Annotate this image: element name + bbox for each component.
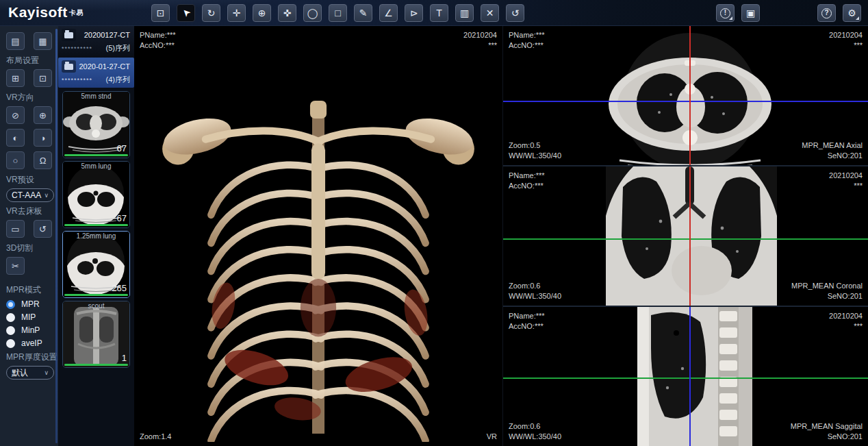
radio-mip[interactable]: MIP xyxy=(6,312,58,322)
crosshair-tool-button[interactable]: ✜ xyxy=(278,4,296,22)
text-annotation-button[interactable]: T xyxy=(430,4,448,22)
sagittal-accno: AccNO:*** xyxy=(509,321,545,332)
help-icon: ? xyxy=(821,8,832,18)
coronal-patient-overlay: PName:*** AccNO:*** xyxy=(509,171,545,191)
crosshair-icon: ✜ xyxy=(283,8,292,18)
vr-preset-value: CT-AAA xyxy=(12,190,41,200)
sidebar-scrollbar[interactable] xyxy=(55,29,58,443)
series-panel: 20200127-CT **********(5)序列 2020-01-27-C… xyxy=(58,26,134,446)
coronal-accno: AccNO:*** xyxy=(509,181,545,191)
cursor-tool-button[interactable]: ➤ xyxy=(177,4,195,22)
scout-thumb-image xyxy=(63,301,129,367)
measure-tool-button[interactable]: ✎ xyxy=(354,4,372,22)
radio-aveip[interactable]: aveIP xyxy=(6,338,58,348)
thumbnail-label: scout xyxy=(63,302,129,310)
cut-knife-button[interactable]: ✂ xyxy=(6,257,25,275)
mpr-coronal-viewport[interactable]: PName:*** AccNO:*** 20210204 *** Zoom:0.… xyxy=(503,166,868,307)
thumbnail-progress-bar xyxy=(64,154,128,156)
app-logo: Kayisoft卡易 xyxy=(8,4,84,21)
patient-masked: ********** xyxy=(62,77,92,84)
vr-dir-inferior-button[interactable]: Ω xyxy=(34,151,52,169)
window-level-button[interactable]: ▥ xyxy=(455,4,474,22)
cone-angle-tool-button[interactable]: ⊳ xyxy=(405,4,423,22)
radio-dot-icon xyxy=(6,300,15,309)
grid-2x2-button[interactable]: ⊞ xyxy=(6,69,25,87)
sagittal-patient-overlay: PName:*** AccNO:*** xyxy=(509,311,545,332)
report-button[interactable]: ! xyxy=(716,4,735,22)
radio-minp[interactable]: MinP xyxy=(6,325,58,335)
coronal-crosshair-horizontal[interactable] xyxy=(503,238,868,240)
radio-mpr[interactable]: MPR xyxy=(6,299,58,309)
layout-panels-button[interactable]: ▦ xyxy=(34,32,52,50)
vr-dir-superior-button[interactable]: ○ xyxy=(6,151,25,169)
cut-knife-icon: ✂ xyxy=(12,261,19,271)
sagittal-date: 20210204 xyxy=(829,311,863,321)
axial-stars: *** xyxy=(829,40,863,51)
layout-list-icon: ▤ xyxy=(11,36,19,47)
rotate-3d-tool-button[interactable]: ↻ xyxy=(202,4,220,22)
measure-pencil-icon: ✎ xyxy=(359,8,368,18)
thumbnail-5mm-stnd[interactable]: 5mm stnd 67 xyxy=(62,91,130,158)
cone-angle-icon: ⊳ xyxy=(410,8,418,18)
study-item-2[interactable]: 2020-01-27-CT **********(4)序列 xyxy=(58,58,134,88)
vr-viewport[interactable]: PName:*** AccNO:*** 20210204 *** Zoom:1.… xyxy=(134,26,503,446)
axial-crosshair-vertical[interactable] xyxy=(689,26,691,165)
help-button[interactable]: ? xyxy=(817,4,836,22)
thumbnail-125mm-lung[interactable]: 1.25mm lung 265 xyxy=(62,231,130,298)
angle-tool-button[interactable]: ∠ xyxy=(379,4,398,22)
mpr-thickness-dropdown[interactable]: 默认 ∨ xyxy=(6,366,54,380)
vr-dir-posterior-button[interactable]: ⊕ xyxy=(34,106,52,124)
ct-viewer-app: Kayisoft卡易 ⊡ ➤ ↻ ✛ ⊕ ✜ ◯ □ ✎ ∠ ⊳ T ▥ ✕ ↺… xyxy=(0,0,868,446)
ellipse-roi-button[interactable]: ◯ xyxy=(303,4,322,22)
study-title: 2020-01-27-CT xyxy=(76,62,130,71)
layout-list-button[interactable]: ▤ xyxy=(6,32,25,50)
vr-dir-right-button[interactable]: ◑ xyxy=(34,129,52,147)
brand-cjk-text: 卡易 xyxy=(69,9,84,16)
brand-text: Kayisoft xyxy=(8,4,68,20)
zoom-tool-button[interactable]: ⊕ xyxy=(253,4,271,22)
folder-open-icon xyxy=(62,60,76,73)
mpr-thickness-label: MPR厚度设置 xyxy=(6,351,58,363)
axial-params-overlay: Zoom:0.5 WW/WL:350/40 xyxy=(509,140,561,161)
thumbnail-5mm-lung[interactable]: 5mm lung 67 xyxy=(62,161,130,228)
axial-crosshair-horizontal[interactable] xyxy=(503,101,868,102)
mpr-column: PName:*** AccNO:*** 20210204 *** Zoom:0.… xyxy=(503,26,868,446)
grid-main-side-button[interactable]: ⊡ xyxy=(34,69,52,87)
vr-dir-left-button[interactable]: ◐ xyxy=(6,129,25,147)
mpr-sagittal-viewport[interactable]: PName:*** AccNO:*** 20210204 *** Zoom:0.… xyxy=(503,307,868,446)
vr-dir-inferior-icon: Ω xyxy=(40,156,47,166)
thumbnail-progress-bar xyxy=(64,364,128,366)
thumbnail-scout[interactable]: scout 1 xyxy=(62,301,130,368)
angle-icon: ∠ xyxy=(384,8,393,18)
sagittal-crosshair-vertical[interactable] xyxy=(689,307,691,446)
delete-annotation-button[interactable]: ✕ xyxy=(481,4,499,22)
save-film-button[interactable]: ▣ xyxy=(741,4,760,22)
layout-panels-icon: ▦ xyxy=(38,36,47,47)
vr-pname: PName:*** xyxy=(140,30,176,40)
reset-view-button[interactable]: ↺ xyxy=(506,4,524,22)
coronal-plane-label: MPR_MEAN Coronal xyxy=(791,281,863,291)
restore-bed-button[interactable]: ↺ xyxy=(34,220,52,238)
vr-bed-label: VR去床板 xyxy=(6,206,58,217)
coronal-crosshair-vertical[interactable] xyxy=(689,166,691,306)
window-level-icon: ▥ xyxy=(460,8,469,18)
sagittal-seno: SeNO:201 xyxy=(791,432,863,442)
coronal-wwwl: WW/WL:350/40 xyxy=(509,291,561,301)
settings-gear-icon: ⚙ xyxy=(847,8,856,18)
settings-button[interactable]: ⚙ xyxy=(843,4,861,22)
sagittal-params-overlay: Zoom:0.6 WW/WL:350/40 xyxy=(509,421,561,442)
vr-dir-superior-icon: ○ xyxy=(13,156,18,166)
pan-tool-button[interactable]: ✛ xyxy=(227,4,246,22)
mpr-axial-viewport[interactable]: PName:*** AccNO:*** 20210204 *** Zoom:0.… xyxy=(503,26,868,166)
rectangle-roi-button[interactable]: □ xyxy=(329,4,347,22)
sagittal-crosshair-horizontal[interactable] xyxy=(503,377,868,379)
study-item-1[interactable]: 20200127-CT **********(5)序列 xyxy=(58,26,134,56)
remove-bed-button[interactable]: ▭ xyxy=(6,220,25,238)
layout-2d-tool-button[interactable]: ⊡ xyxy=(151,4,170,22)
sagittal-plane-overlay: MPR_MEAN Saggital SeNO:201 xyxy=(791,421,863,442)
thumbnail-progress-bar xyxy=(64,224,128,226)
vr-preset-dropdown[interactable]: CT-AAA ∨ xyxy=(6,188,54,202)
radio-dot-icon xyxy=(6,313,15,322)
axial-accno: AccNO:*** xyxy=(509,40,545,51)
vr-dir-anterior-button[interactable]: ⊘ xyxy=(6,106,25,124)
